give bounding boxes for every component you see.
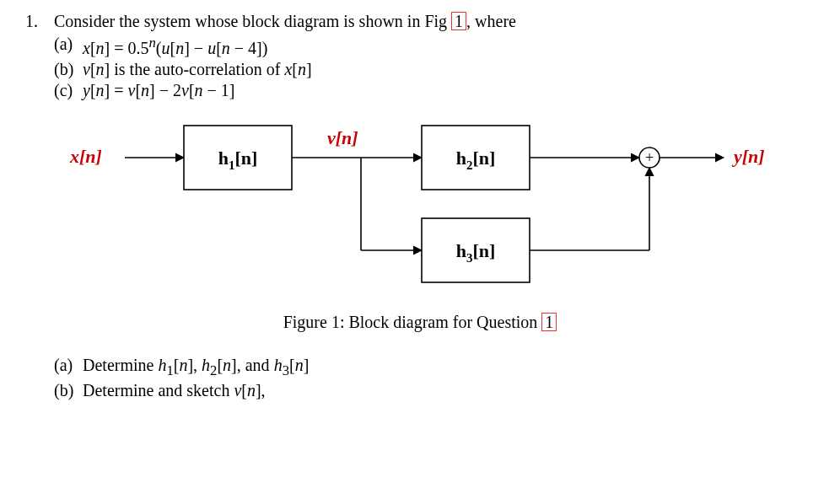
given-list: (a) x[n] = 0.5n(u[n] − u[n − 4]) (b) v[n… bbox=[54, 35, 815, 100]
given-a-text: x[n] = 0.5n(u[n] − u[n − 4]) bbox=[83, 35, 267, 58]
given-b-text: v[n] is the auto-correlation of x[n] bbox=[83, 60, 312, 79]
given-b: (b) v[n] is the auto-correlation of x[n] bbox=[54, 60, 815, 79]
sum-plus-icon: + bbox=[645, 149, 654, 166]
question-ref-link[interactable]: 1 bbox=[541, 313, 557, 331]
given-b-label: (b) bbox=[54, 60, 83, 79]
question-number: 1. bbox=[25, 12, 54, 31]
prompt-post: , where bbox=[466, 12, 516, 30]
part-a-text: Determine h1[n], h2[n], and h3[n] bbox=[83, 356, 309, 379]
signal-x-label: x[n] bbox=[69, 146, 102, 167]
fig-ref-link[interactable]: 1 bbox=[451, 12, 466, 30]
given-c-label: (c) bbox=[54, 81, 83, 100]
given-c: (c) y[n] = v[n] − 2v[n − 1] bbox=[54, 81, 815, 100]
given-c-text: y[n] = v[n] − 2v[n − 1] bbox=[83, 81, 235, 100]
question-line: 1. Consider the system whose block diagr… bbox=[25, 12, 815, 31]
given-a: (a) x[n] = 0.5n(u[n] − u[n − 4]) bbox=[54, 35, 815, 58]
part-a: (a) Determine h1[n], h2[n], and h3[n] bbox=[54, 356, 815, 379]
block-h2-label: h2[n] bbox=[456, 147, 496, 172]
figure-caption-text: Figure 1: Block diagram for Question bbox=[283, 313, 542, 331]
block-diagram: x[n] h1[n] v[n] h2[n] bbox=[49, 115, 791, 301]
part-a-label: (a) bbox=[54, 356, 83, 375]
given-a-label: (a) bbox=[54, 35, 83, 54]
prompt-pre: Consider the system whose block diagram … bbox=[54, 12, 451, 30]
block-h1-label: h1[n] bbox=[218, 147, 258, 172]
block-h3-label: h3[n] bbox=[456, 240, 496, 265]
part-b: (b) Determine and sketch v[n], bbox=[54, 381, 815, 400]
figure-caption: Figure 1: Block diagram for Question 1 bbox=[25, 313, 815, 332]
question-prompt: Consider the system whose block diagram … bbox=[54, 12, 516, 31]
signal-v-label: v[n] bbox=[327, 127, 358, 148]
part-b-text: Determine and sketch v[n], bbox=[83, 381, 266, 400]
parts-list: (a) Determine h1[n], h2[n], and h3[n] (b… bbox=[54, 356, 815, 400]
part-b-label: (b) bbox=[54, 381, 83, 400]
signal-y-label: y[n] bbox=[731, 146, 765, 167]
